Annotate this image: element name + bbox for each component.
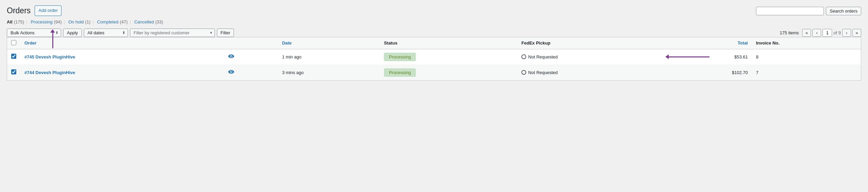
row1-eye-cell: [222, 49, 278, 65]
bulk-actions-select[interactable]: Bulk Actions Mark processing Mark on-hol…: [7, 29, 61, 37]
row2-eye-cell: [222, 65, 278, 80]
row1-total-cell: $53.61: [669, 49, 752, 65]
row1-status-badge: Processing: [384, 53, 416, 61]
row2-fedex-label: Not Requested: [528, 70, 558, 75]
add-order-button[interactable]: Add order: [35, 5, 61, 16]
tab-cancelled[interactable]: Cancelled (33): [128, 19, 163, 24]
tab-link-completed[interactable]: Completed: [97, 19, 118, 24]
col-header-status: Status: [380, 37, 517, 49]
col-header-total[interactable]: Total: [669, 37, 752, 49]
tab-completed[interactable]: Completed (47): [91, 19, 128, 24]
tab-onhold[interactable]: On hold (1): [62, 19, 91, 24]
row2-fedex-cell: Not Requested: [517, 65, 669, 80]
col-header-order[interactable]: Order: [20, 37, 222, 49]
select-all-checkbox[interactable]: [11, 40, 16, 45]
row1-invoice-cell: 8: [752, 49, 861, 65]
items-count: 175 items: [780, 30, 799, 35]
tab-count-processing: (94): [54, 19, 62, 24]
page-title: Orders: [7, 6, 31, 15]
tab-count-completed: (47): [120, 19, 128, 24]
row2-fedex-radio-icon: [521, 70, 526, 75]
tab-count-cancelled: (33): [155, 19, 163, 24]
customer-filter-select[interactable]: Filter by registered customer: [130, 29, 215, 37]
pagination-first-button[interactable]: «: [802, 29, 811, 37]
row2-order-link[interactable]: #744 Devesh PluginHive: [24, 70, 75, 75]
pagination-last-button[interactable]: »: [852, 29, 861, 37]
col-header-fedex: FedEx Pickup: [517, 37, 669, 49]
row1-fedex-wrap: Not Requested: [521, 54, 665, 59]
orders-table-container: Order Date Status FedEx Pickup Total Inv…: [7, 37, 861, 81]
row1-fedex-label: Not Requested: [528, 54, 558, 59]
row2-date-cell: 3 mins ago: [278, 65, 380, 80]
dates-select[interactable]: All dates: [84, 29, 128, 37]
row2-fedex-wrap: Not Requested: [521, 70, 665, 75]
search-area: Search orders: [756, 5, 861, 15]
orders-table: Order Date Status FedEx Pickup Total Inv…: [7, 37, 861, 81]
row1-date-cell: 1 min ago: [278, 49, 380, 65]
row1-checkbox[interactable]: [11, 54, 16, 59]
row2-status-badge: Processing: [384, 68, 416, 77]
dates-select-wrap: All dates ⬍: [84, 29, 128, 37]
table-row: #744 Devesh PluginHive 3 mins ago Proces…: [7, 65, 861, 80]
table-row: #745 Devesh PluginHive 1 min ago Process…: [7, 49, 861, 65]
tab-all[interactable]: All (175): [7, 19, 24, 24]
row1-view-icon[interactable]: [228, 54, 234, 59]
tab-processing[interactable]: Processing (94): [24, 19, 62, 24]
page-number-input[interactable]: [823, 29, 832, 37]
col-header-checkbox: [7, 37, 21, 49]
row2-checkbox-cell: [7, 65, 21, 80]
search-input[interactable]: [756, 7, 824, 15]
tab-link-all[interactable]: All: [7, 19, 13, 24]
tab-link-processing[interactable]: Processing: [31, 19, 52, 24]
filter-tabs: All (175) Processing (94) On hold (1) Co…: [7, 19, 163, 24]
pagination: 175 items « ‹ of 9 › »: [780, 29, 861, 37]
tab-count-onhold: (1): [85, 19, 91, 24]
row2-invoice-cell: 7: [752, 65, 861, 80]
filters-toolbar: Bulk Actions Mark processing Mark on-hol…: [7, 29, 861, 37]
col-header-date[interactable]: Date: [278, 37, 380, 49]
row2-view-icon[interactable]: [228, 69, 234, 75]
tab-link-onhold[interactable]: On hold: [68, 19, 84, 24]
row2-checkbox[interactable]: [11, 69, 16, 74]
col-header-actions: [222, 37, 278, 49]
tab-link-cancelled[interactable]: Cancelled: [134, 19, 154, 24]
row2-order-cell: #744 Devesh PluginHive: [20, 65, 222, 80]
row2-status-cell: Processing: [380, 65, 517, 80]
row1-status-cell: Processing: [380, 49, 517, 65]
row1-fedex-cell: Not Requested: [517, 49, 669, 65]
page-of-label: of 9: [833, 30, 841, 35]
row1-fedex-radio-icon: [521, 54, 526, 59]
col-header-invoice: Invoice No.: [752, 37, 861, 49]
bulk-actions-wrap: Bulk Actions Mark processing Mark on-hol…: [7, 29, 61, 37]
search-orders-button[interactable]: Search orders: [826, 7, 861, 15]
pagination-next-button[interactable]: ›: [842, 29, 851, 37]
filter-button[interactable]: Filter: [217, 29, 234, 37]
row1-order-link[interactable]: #745 Devesh PluginHive: [24, 54, 75, 59]
row2-total-cell: $102.70: [669, 65, 752, 80]
row1-checkbox-cell: [7, 49, 21, 65]
tab-count-all: (175): [14, 19, 24, 24]
apply-button[interactable]: Apply: [63, 29, 82, 37]
row1-order-cell: #745 Devesh PluginHive: [20, 49, 222, 65]
customer-filter-wrap: Filter by registered customer ▾: [130, 29, 215, 37]
pagination-prev-button[interactable]: ‹: [812, 29, 821, 37]
